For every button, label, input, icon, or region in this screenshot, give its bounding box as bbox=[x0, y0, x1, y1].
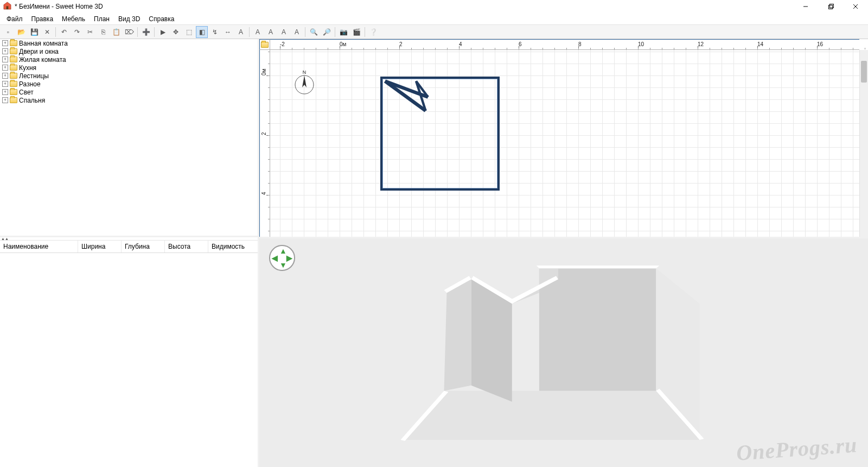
photo-icon[interactable]: 📷 bbox=[337, 26, 349, 38]
folder-icon bbox=[10, 65, 17, 71]
minimize-button[interactable] bbox=[793, 0, 818, 13]
plan-grid bbox=[270, 50, 859, 237]
table-column-header[interactable]: Наименование bbox=[0, 241, 78, 253]
catalog-label: Ванная комната bbox=[19, 40, 68, 47]
text-italic-icon[interactable]: A bbox=[265, 26, 277, 38]
furniture-table-body[interactable] bbox=[0, 253, 258, 467]
catalog-category[interactable]: +Свет bbox=[0, 88, 258, 96]
menu-мебель[interactable]: Мебель bbox=[58, 14, 90, 24]
catalog-label: Двери и окна bbox=[19, 48, 59, 55]
expand-icon[interactable]: + bbox=[2, 81, 8, 87]
menu-файл[interactable]: Файл bbox=[2, 14, 27, 24]
maximize-button[interactable] bbox=[818, 0, 843, 13]
menu-вид 3d[interactable]: Вид 3D bbox=[114, 14, 144, 24]
expand-icon[interactable]: + bbox=[2, 56, 8, 62]
title-bar: * БезИмени - Sweet Home 3D bbox=[0, 0, 868, 13]
paste-icon[interactable]: 📋 bbox=[110, 26, 122, 38]
undo-icon[interactable]: ↶ bbox=[58, 26, 70, 38]
table-column-header[interactable]: Ширина bbox=[78, 241, 122, 253]
pan-icon[interactable]: ✥ bbox=[170, 26, 182, 38]
catalog-category[interactable]: +Кухня bbox=[0, 64, 258, 72]
expand-icon[interactable]: + bbox=[2, 73, 8, 79]
select-icon[interactable]: ▶ bbox=[157, 26, 169, 38]
save-icon[interactable]: 💾 bbox=[28, 26, 40, 38]
svg-marker-14 bbox=[400, 391, 699, 440]
app-icon bbox=[3, 2, 11, 11]
ruler-tick: 16 bbox=[817, 41, 823, 47]
catalog-label: Кухня bbox=[19, 64, 36, 72]
open-folder-icon[interactable]: 📂 bbox=[15, 26, 27, 38]
room-inner-walls bbox=[380, 77, 500, 191]
menu-справка[interactable]: Справка bbox=[144, 14, 178, 24]
expand-icon[interactable]: + bbox=[2, 89, 8, 95]
svg-rect-3 bbox=[828, 5, 832, 9]
cut-icon[interactable]: ✂ bbox=[84, 26, 96, 38]
catalog-category[interactable]: +Спальня bbox=[0, 96, 258, 104]
catalog-category[interactable]: +Разное bbox=[0, 80, 258, 88]
toolbar: ▫📂💾✕↶↷✂⎘📋⌦➕▶✥⬚◧↯↔AAAAA🔍🔎📷🎬❔ bbox=[0, 25, 868, 39]
furniture-catalog-tree[interactable]: +Ванная комната+Двери и окна+Жилая комна… bbox=[0, 39, 258, 237]
horizontal-ruler: -20м2468101214161820 bbox=[270, 39, 859, 50]
catalog-category[interactable]: +Жилая комната bbox=[0, 55, 258, 64]
vertical-ruler: 0м246 bbox=[259, 50, 270, 237]
catalog-label: Разное bbox=[19, 80, 41, 88]
folder-icon bbox=[10, 89, 17, 95]
text-bold-icon[interactable]: A bbox=[252, 26, 264, 38]
create-walls-icon[interactable]: ⬚ bbox=[183, 26, 195, 38]
close-button[interactable] bbox=[843, 0, 868, 13]
expand-icon[interactable]: + bbox=[2, 40, 8, 46]
folder-icon bbox=[10, 97, 17, 103]
svg-marker-15 bbox=[539, 268, 656, 391]
plan-vertical-scrollbar[interactable] bbox=[859, 50, 868, 237]
expand-icon[interactable]: + bbox=[2, 65, 8, 71]
redo-icon[interactable]: ↷ bbox=[71, 26, 83, 38]
window-title: * БезИмени - Sweet Home 3D bbox=[15, 3, 103, 10]
folder-icon bbox=[10, 56, 17, 62]
3d-view[interactable]: ▲ ▼ ◀ ▶ bbox=[259, 238, 868, 467]
folder-icon bbox=[10, 48, 17, 54]
expand-icon[interactable]: + bbox=[2, 48, 8, 54]
delete-icon[interactable]: ⌦ bbox=[123, 26, 135, 38]
catalog-label: Жилая комната bbox=[19, 56, 66, 64]
ruler-tick: -2 bbox=[280, 41, 285, 47]
furniture-table: ▲▲ НаименованиеШиринаГлубинаВысотаВидимо… bbox=[0, 237, 258, 467]
ruler-tick: 0м bbox=[261, 69, 267, 75]
menu-правка[interactable]: Правка bbox=[27, 14, 58, 24]
add-furniture-icon[interactable]: ➕ bbox=[140, 26, 152, 38]
create-dimension-icon[interactable]: ↔ bbox=[222, 26, 234, 38]
catalog-category[interactable]: +Ванная комната bbox=[0, 39, 258, 47]
help-icon[interactable]: ❔ bbox=[367, 26, 379, 38]
table-column-header[interactable]: Высота bbox=[165, 241, 208, 253]
menu-bar: ФайлПравкаМебельПланВид 3DСправка bbox=[0, 13, 868, 25]
menu-план[interactable]: План bbox=[90, 14, 114, 24]
svg-marker-18 bbox=[444, 279, 471, 390]
svg-marker-8 bbox=[302, 75, 307, 87]
ruler-tick: 0м bbox=[340, 41, 346, 47]
zoom-in-icon[interactable]: 🔍 bbox=[308, 26, 320, 38]
zoom-out-icon[interactable]: 🔎 bbox=[321, 26, 333, 38]
text-increase-icon[interactable]: A bbox=[278, 26, 290, 38]
create-rooms-icon[interactable]: ◧ bbox=[196, 26, 208, 38]
folder-icon bbox=[10, 73, 17, 79]
text-decrease-icon[interactable]: A bbox=[291, 26, 303, 38]
table-column-header[interactable]: Глубина bbox=[122, 241, 165, 253]
svg-text:N: N bbox=[303, 70, 307, 75]
catalog-label: Свет bbox=[19, 89, 34, 96]
ruler-tick: 10 bbox=[638, 41, 644, 47]
table-column-header[interactable]: Видимость bbox=[208, 241, 252, 253]
new-file-icon[interactable]: ▫ bbox=[2, 26, 14, 38]
catalog-label: Лестницы bbox=[19, 72, 49, 80]
video-icon[interactable]: 🎬 bbox=[350, 26, 362, 38]
folder-icon bbox=[10, 40, 17, 46]
catalog-category[interactable]: +Двери и окна bbox=[0, 47, 258, 55]
expand-icon[interactable]: + bbox=[2, 97, 8, 103]
catalog-category[interactable]: +Лестницы bbox=[0, 72, 258, 80]
plan-2d-view[interactable]: -20м2468101214161820 0м246 N bbox=[259, 39, 868, 238]
folder-icon bbox=[10, 81, 17, 87]
copy-icon[interactable]: ⎘ bbox=[97, 26, 109, 38]
svg-rect-4 bbox=[829, 4, 833, 8]
compass-icon[interactable]: N bbox=[292, 70, 317, 94]
create-text-icon[interactable]: A bbox=[235, 26, 247, 38]
create-polyline-icon[interactable]: ↯ bbox=[209, 26, 221, 38]
preferences-icon[interactable]: ✕ bbox=[41, 26, 53, 38]
